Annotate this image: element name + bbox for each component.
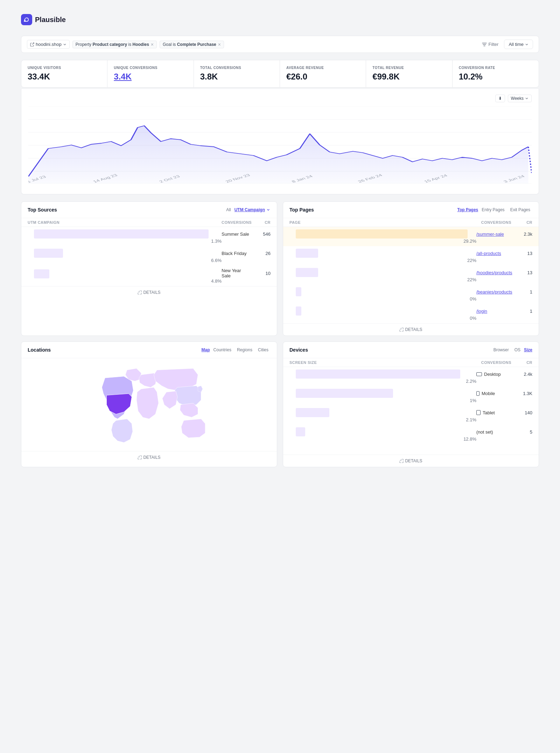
- tab-exit-pages[interactable]: Exit Pages: [508, 207, 532, 213]
- metric-total-revenue: TOTAL REVENUE €99.8K: [366, 60, 452, 87]
- metric-unique-visitors: UNIQUE VISITORS 33.4K: [21, 60, 107, 87]
- filter-bar: hoodini.shop Property Product category i…: [21, 36, 539, 53]
- devices-header: Devices Browser OS Size: [283, 342, 539, 358]
- expand-icon: [399, 459, 404, 463]
- devices-row-mobile: Mobile 1.3K 1%: [283, 386, 539, 406]
- tab-map[interactable]: Map: [202, 347, 210, 352]
- pages-table-header: Page Conversions CR: [283, 218, 539, 227]
- filter-tag-goal: Goal is Complete Purchase ×: [160, 41, 224, 48]
- pages-tabs: Top Pages Entry Pages Exit Pages: [457, 207, 532, 213]
- desktop-icon: [476, 372, 482, 376]
- pages-row-all-products: /all-products 13 22%: [283, 246, 539, 265]
- sources-title: Top Sources: [28, 207, 57, 213]
- mobile-icon: [476, 391, 479, 396]
- link-icon: [30, 42, 34, 47]
- tab-regions[interactable]: Regions: [235, 347, 254, 353]
- chevron-down-icon: [63, 43, 66, 46]
- chart-container: ⬇ Weeks 1.2k 1k 800 600 400 200 0: [21, 89, 539, 194]
- chevron-down-icon: [525, 43, 528, 46]
- sources-tab-all[interactable]: All: [224, 207, 233, 213]
- sources-tab-utm[interactable]: UTM Campaign: [234, 207, 265, 212]
- expand-icon: [138, 455, 142, 460]
- devices-details-btn[interactable]: DETAILS: [283, 455, 539, 467]
- locations-tabs: Map Countries Regions Cities: [202, 347, 271, 353]
- world-map-svg: [86, 365, 212, 444]
- devices-row-desktop: Desktop 2.4k 2.2%: [283, 367, 539, 386]
- sources-row-blackfriday: Black Friday 26 6.6%: [21, 246, 277, 265]
- sources-row-newyear: New Year Sale 10 4.8%: [21, 265, 277, 286]
- chart-controls: ⬇ Weeks: [28, 95, 532, 102]
- chart-area: 1.2k 1k 800 600 400 200 0 1 Jul 23 14: [28, 106, 532, 184]
- pages-panel-header: Top Pages Top Pages Entry Pages Exit Pag…: [283, 202, 539, 218]
- tab-entry-pages[interactable]: Entry Pages: [479, 207, 506, 213]
- tab-countries[interactable]: Countries: [211, 347, 233, 353]
- tab-top-pages[interactable]: Top Pages: [457, 207, 478, 212]
- locations-header: Locations Map Countries Regions Cities: [21, 342, 277, 358]
- top-pages-panel: Top Pages Top Pages Entry Pages Exit Pag…: [283, 201, 539, 336]
- locations-details-btn[interactable]: DETAILS: [21, 451, 277, 463]
- devices-tabs: Browser OS Size: [491, 347, 532, 353]
- pages-row-beanies: /beanies/products 1 0%: [283, 285, 539, 304]
- devices-spacer: [283, 444, 539, 455]
- pages-title: Top Pages: [289, 207, 314, 213]
- metric-total-conversions: TOTAL CONVERSIONS 3.8K: [194, 60, 280, 87]
- panels-row-2: Locations Map Countries Regions Cities: [21, 341, 539, 467]
- download-btn[interactable]: ⬇: [495, 95, 505, 102]
- site-selector[interactable]: hoodini.shop: [27, 40, 70, 49]
- logo-bar: Plausible: [21, 14, 539, 25]
- devices-row-tablet: Tablet 140 2.1%: [283, 406, 539, 425]
- remove-goal-filter[interactable]: ×: [218, 42, 221, 47]
- devices-table-body: Desktop 2.4k 2.2% Mobile 1.3K 1% Tablet: [283, 367, 539, 444]
- devices-panel: Devices Browser OS Size Screen size Conv…: [283, 341, 539, 467]
- devices-title: Devices: [289, 347, 308, 353]
- tab-cities[interactable]: Cities: [256, 347, 271, 353]
- panels-row-1: Top Sources All UTM Campaign UTM Campaig…: [21, 201, 539, 336]
- pages-details-btn[interactable]: DETAILS: [283, 323, 539, 336]
- site-name: hoodini.shop: [36, 42, 62, 47]
- metric-unique-conversions[interactable]: UNIQUE CONVERSIONS 3.4K: [107, 60, 194, 87]
- sources-row-summer: Summer Sale 546 1.3%: [21, 227, 277, 246]
- tab-browser[interactable]: Browser: [491, 347, 511, 353]
- sources-table-body: Summer Sale 546 1.3% Black Friday 26 6.6…: [21, 227, 277, 286]
- filter-button[interactable]: Filter: [479, 40, 501, 48]
- expand-icon: [138, 290, 142, 295]
- date-picker[interactable]: All time: [504, 40, 533, 49]
- expand-icon: [399, 327, 404, 332]
- filter-icon: [482, 42, 487, 47]
- top-sources-panel: Top Sources All UTM Campaign UTM Campaig…: [21, 201, 277, 336]
- line-chart: 1.2k 1k 800 600 400 200 0 1 Jul 23 14: [28, 106, 532, 184]
- remove-property-filter[interactable]: ×: [151, 42, 154, 47]
- locations-title: Locations: [28, 347, 51, 353]
- weeks-selector[interactable]: Weeks: [508, 95, 532, 102]
- plausible-logo-icon: [21, 14, 32, 25]
- chevron-down-icon: [525, 97, 528, 100]
- devices-row-notset: (not set) 5 12.8%: [283, 425, 539, 444]
- sources-tabs: All UTM Campaign: [224, 207, 271, 213]
- devices-table-header: Screen size Conversions CR: [283, 358, 539, 367]
- filter-tag-property: Property Product category is Hoodies ×: [72, 41, 157, 48]
- map-area: [21, 358, 277, 451]
- svg-marker-16: [28, 126, 528, 184]
- pages-row-login: /login 1 0%: [283, 304, 539, 323]
- tab-size[interactable]: Size: [524, 347, 532, 352]
- logo-text: Plausible: [35, 16, 66, 24]
- sources-table-header: UTM Campaign Conversions CR: [21, 218, 277, 227]
- tablet-icon: [476, 410, 481, 415]
- metric-conversion-rate: CONVERSION RATE 10.2%: [453, 60, 539, 87]
- svg-point-1: [25, 18, 28, 21]
- sources-details-btn[interactable]: DETAILS: [21, 286, 277, 298]
- pages-row-summer-sale: /summer-sale 2.3k 29.2%: [283, 227, 539, 246]
- locations-panel: Locations Map Countries Regions Cities: [21, 341, 277, 467]
- metric-average-revenue: AVERAGE REVENUE €26.0: [280, 60, 366, 87]
- chevron-down-icon[interactable]: [266, 208, 271, 212]
- sources-panel-header: Top Sources All UTM Campaign: [21, 202, 277, 218]
- pages-row-hoodies: /hoodies/products 13 22%: [283, 265, 539, 285]
- pages-table-body: /summer-sale 2.3k 29.2% /all-products 13…: [283, 227, 539, 323]
- metrics-row: UNIQUE VISITORS 33.4K UNIQUE CONVERSIONS…: [21, 60, 539, 88]
- tab-os[interactable]: OS: [512, 347, 523, 353]
